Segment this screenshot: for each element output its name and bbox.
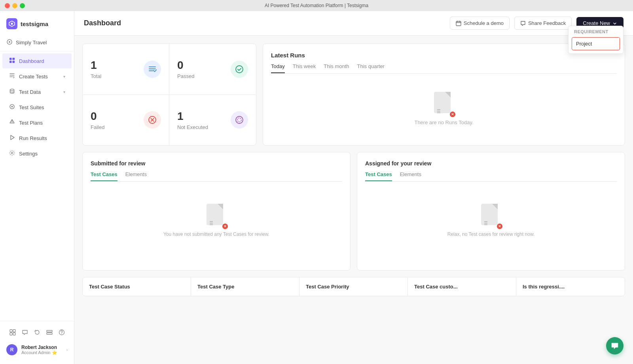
submitted-tab-test-cases[interactable]: Test Cases [91, 171, 118, 181]
stats-row: 1 Total 0 [82, 44, 625, 146]
assigned-review-empty: ✕ Relax, no Test cases for review right … [365, 188, 617, 253]
submitted-tab-elements[interactable]: Elements [125, 171, 147, 181]
refresh-icon[interactable] [34, 329, 40, 337]
sidebar-user[interactable]: R Robert Jackson Account Admin ⭐ › [0, 340, 74, 359]
tab-this-month[interactable]: This month [324, 63, 349, 73]
stat-label-failed: Failed [91, 124, 104, 130]
sidebar-item-label: Test Data [19, 89, 41, 95]
sidebar-item-run-results[interactable]: Run Results [2, 131, 72, 146]
stat-number-failed: 0 [91, 110, 104, 123]
svg-rect-19 [47, 333, 52, 334]
svg-rect-16 [10, 333, 12, 335]
dropdown-item-project[interactable]: Project [572, 37, 620, 50]
sidebar-item-label: Dashboard [19, 58, 44, 64]
svg-rect-5 [9, 61, 12, 63]
minimize-button[interactable] [12, 3, 17, 8]
assigned-tab-elements[interactable]: Elements [400, 171, 421, 181]
sidebar-item-test-suites[interactable]: Test Suites [2, 100, 72, 115]
user-role: Account Admin ⭐ [21, 350, 63, 355]
stat-card-not-executed: 1 Not Executed [169, 95, 256, 146]
submitted-review-card: Submitted for review Test Cases Elements… [82, 152, 351, 271]
svg-rect-3 [9, 58, 12, 60]
chat-button[interactable] [606, 337, 624, 355]
sidebar-item-dashboard[interactable]: Dashboard [2, 53, 72, 68]
bottom-stat-test-case-status: Test Case Status [83, 277, 191, 296]
svg-rect-14 [10, 330, 12, 332]
sidebar-project[interactable]: Simply Travel [0, 36, 74, 49]
stat-card-failed: 0 Failed [83, 95, 169, 146]
runs-empty-message: There are no Runs Today. [414, 119, 473, 125]
storage-icon[interactable] [46, 329, 53, 337]
chat-icon[interactable] [22, 329, 28, 337]
sidebar-item-settings[interactable]: Settings [2, 146, 72, 161]
svg-rect-22 [456, 21, 461, 26]
close-button[interactable] [5, 3, 10, 8]
svg-rect-6 [12, 61, 15, 63]
latest-runs-title: Latest Runs [271, 52, 617, 59]
dashboard-icon [9, 57, 15, 64]
stat-info-passed: 0 Passed [177, 59, 194, 79]
share-feedback-button[interactable]: Share Feedback [514, 17, 572, 30]
stat-info-failed: 0 Failed [91, 110, 104, 130]
chevron-right-icon: › [66, 348, 68, 352]
sidebar-item-create-tests[interactable]: Create Tests ▾ [2, 69, 72, 84]
maximize-button[interactable] [20, 3, 25, 8]
sidebar-item-test-data[interactable]: Test Data ▾ [2, 84, 72, 99]
help-icon[interactable] [59, 329, 65, 337]
stat-number-passed: 0 [177, 59, 194, 72]
header: Dashboard Schedule a demo Share Feedback [74, 11, 633, 36]
sidebar-logo[interactable]: testsigma [0, 14, 74, 36]
logo-icon [6, 18, 17, 29]
schedule-demo-button[interactable]: Schedule a demo [450, 17, 510, 30]
sidebar-item-label: Settings [19, 151, 38, 157]
svg-rect-17 [13, 333, 15, 335]
submitted-review-title: Submitted for review [91, 160, 342, 167]
app-container: testsigma Simply Travel [0, 11, 633, 364]
grid-icon[interactable] [9, 329, 16, 337]
tab-today[interactable]: Today [271, 63, 285, 73]
svg-point-0 [11, 23, 13, 25]
bottom-stat-test-case-priority: Test Case Priority [299, 277, 408, 296]
run-results-icon [9, 135, 15, 142]
submitted-review-tabs: Test Cases Elements [91, 171, 342, 182]
bottom-stat-is-regression: Is this regressi.... [516, 277, 625, 296]
sidebar-bottom: R Robert Jackson Account Admin ⭐ › [0, 321, 74, 364]
main-content: Dashboard Schedule a demo Share Feedback [74, 11, 633, 364]
review-row: Submitted for review Test Cases Elements… [82, 152, 625, 271]
submitted-review-empty: ✕ You have not submitted any Test Cases … [91, 188, 342, 253]
sidebar-item-label: Create Tests [19, 74, 48, 80]
chevron-down-icon: ▾ [63, 90, 65, 94]
feedback-icon [520, 21, 526, 26]
stat-number-total: 1 [91, 59, 101, 72]
tab-this-week[interactable]: This week [293, 63, 316, 73]
sidebar-item-test-plans[interactable]: Test Plans [2, 115, 72, 130]
empty-doc-icon: ✕ [207, 204, 226, 228]
content: 1 Total 0 [74, 36, 633, 304]
page-title: Dashboard [84, 19, 121, 27]
sidebar-nav: Dashboard Create Tests ▾ [0, 53, 74, 321]
sidebar-divider [0, 51, 74, 51]
dropdown-header: Requirement [569, 26, 623, 37]
logo-text: testsigma [21, 21, 48, 27]
svg-rect-18 [47, 330, 52, 332]
empty-doc-icon: ✕ [434, 92, 454, 116]
svg-point-2 [9, 41, 10, 43]
dropdown-overlay: Requirement Project [568, 26, 624, 54]
svg-point-26 [237, 118, 241, 122]
assigned-review-card: Assigned for your review Test Cases Elem… [357, 152, 625, 271]
tab-this-quarter[interactable]: This quarter [357, 63, 385, 73]
svg-rect-4 [12, 58, 15, 60]
stat-label-total: Total [91, 73, 101, 79]
user-name: Robert Jackson [21, 345, 63, 350]
assigned-tab-test-cases[interactable]: Test Cases [365, 171, 392, 181]
titlebar-title: AI Powered Test Automation Platform | Te… [265, 3, 368, 8]
stats-grid: 1 Total 0 [82, 44, 256, 146]
sidebar-item-label: Test Plans [19, 120, 43, 126]
stat-info-not-executed: 1 Not Executed [177, 110, 208, 130]
stat-icon-not-executed [231, 111, 248, 129]
runs-tabs: Today This week This month This quarter [271, 63, 617, 74]
svg-point-12 [11, 122, 12, 123]
sidebar-project-label: Simply Travel [16, 40, 47, 46]
chevron-down-icon [612, 21, 617, 26]
test-plans-icon [9, 119, 15, 126]
